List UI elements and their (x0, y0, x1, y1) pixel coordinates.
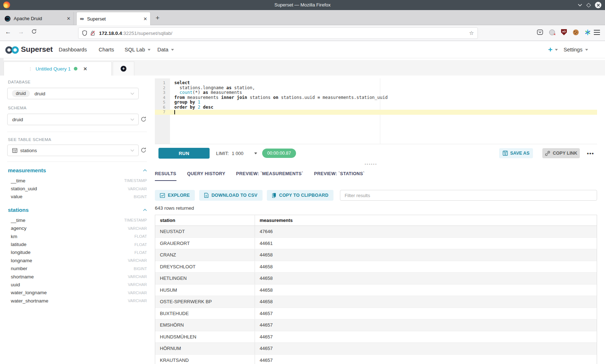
more-options-icon[interactable]: ••• (587, 148, 594, 158)
limit-dropdown[interactable]: LIMIT: 1 000 (216, 148, 257, 159)
tab-preview-measurements[interactable]: PREVIEW: `MEASUREMENTS` (236, 167, 304, 181)
add-query-tab-button[interactable]: + (113, 62, 134, 76)
close-window-icon[interactable] (595, 2, 601, 8)
refresh-table-icon[interactable] (140, 147, 147, 154)
settings-menu[interactable]: Settings (564, 47, 588, 53)
column-name: station_uuid (11, 186, 128, 191)
filter-results-input[interactable] (340, 190, 597, 201)
save-as-button[interactable]: SAVE AS (499, 148, 533, 158)
clipboard-icon (272, 193, 276, 198)
table-select[interactable]: stations (7, 145, 139, 156)
cell-measurements: 44657 (255, 355, 597, 364)
query-tab-label: Untitled Query 1 (36, 66, 71, 72)
copy-clipboard-button[interactable]: COPY TO CLIPBOARD (267, 190, 333, 201)
column-type: FLOAT (134, 242, 147, 247)
sql-editor[interactable]: 1select2 stations.longname as station,3 … (155, 78, 597, 144)
line-number: 4 (155, 95, 170, 100)
url-text[interactable]: 172.18.0.4:32251/superset/sqllab/ (99, 31, 469, 36)
results-panel: RESULTS QUERY HISTORY PREVIEW: `MEASUREM… (155, 167, 597, 364)
query-tab-untitled-query-1[interactable]: ⋮ Untitled Query 1 ✕ (4, 62, 112, 76)
divider (7, 132, 147, 132)
query-tab-close-icon[interactable]: ✕ (83, 66, 87, 72)
browser-tabstrip: Apache Druid ✕ ∞ Superset ✕ + (0, 10, 605, 25)
copy-link-button[interactable]: COPY LINK (542, 148, 580, 158)
pocket-icon[interactable] (537, 29, 543, 35)
bookmark-star-icon[interactable]: ☆ (469, 30, 474, 36)
tab-query-history[interactable]: QUERY HISTORY (187, 167, 225, 181)
table-row[interactable]: KRAUTSAND44657 (155, 355, 597, 364)
forward-icon[interactable]: → (18, 28, 24, 36)
schema-column: numberBIGINT (7, 265, 147, 273)
code-text: order by 2 desc (170, 105, 213, 110)
column-header-station[interactable]: station (155, 215, 255, 226)
tab-close-icon[interactable]: ✕ (140, 16, 150, 22)
table-name[interactable]: measurements (8, 167, 143, 173)
query-tab-bar: ⋮ Untitled Query 1 ✕ + (4, 60, 605, 76)
schema-select[interactable]: druid (7, 114, 139, 125)
pane-resize-handle[interactable]: •••••• (355, 162, 387, 166)
cookie-extension-icon[interactable] (573, 29, 579, 35)
schema-column: uuidVARCHAR (7, 281, 147, 288)
table-row[interactable]: GRAUERORT44661 (155, 238, 597, 250)
table-row[interactable]: NEUSTADT47646 (155, 226, 597, 238)
column-type: BIGINT (134, 267, 147, 271)
superset-favicon: ∞ (80, 16, 84, 22)
table-row[interactable]: BUXTEHUDE44657 (155, 308, 597, 320)
table-row[interactable]: HETLINGEN44658 (155, 273, 597, 285)
table-row[interactable]: CRANZ44658 (155, 249, 597, 261)
privacy-extension-icon[interactable] (549, 29, 555, 35)
cell-station: EMSHÖRN (155, 319, 255, 331)
ublock-icon[interactable]: uO (561, 29, 567, 35)
table-row[interactable]: HÖRNUM44657 (155, 343, 597, 355)
drag-handle-icon[interactable]: ⋮ (28, 66, 32, 72)
maximize-icon[interactable] (586, 3, 591, 8)
cell-station: HUSUM (155, 285, 255, 296)
chevron-up-icon[interactable] (143, 209, 147, 211)
chevron-up-icon[interactable] (143, 169, 147, 172)
explore-button[interactable]: EXPLORE (155, 190, 195, 201)
browser-tab-superset[interactable]: ∞ Superset ✕ (76, 12, 151, 25)
table-row[interactable]: OSTE-SPERRWERK BP44658 (155, 296, 597, 308)
editor-line: 1select (155, 81, 597, 86)
cell-station: HETLINGEN (155, 273, 255, 284)
table-row[interactable]: EMSHÖRN44657 (155, 319, 597, 331)
column-header-measurements[interactable]: measurements (255, 215, 597, 226)
nav-charts[interactable]: Charts (99, 47, 114, 53)
database-label: DATABASE (8, 80, 31, 84)
add-new-button[interactable]: + (548, 46, 558, 54)
table-row[interactable]: DREYSCHLOOT44658 (155, 261, 597, 273)
table-row[interactable]: HUSUM44658 (155, 285, 597, 296)
table-name[interactable]: stations (8, 207, 143, 213)
reload-icon[interactable] (31, 29, 37, 34)
url-path: :32251/superset/sqllab/ (122, 31, 172, 36)
results-table-body: NEUSTADT47646GRAUERORT44661CRANZ44658DRE… (155, 226, 597, 364)
new-tab-icon[interactable]: + (156, 14, 160, 22)
minimize-icon[interactable] (578, 4, 582, 6)
url-bar[interactable]: 172.18.0.4:32251/superset/sqllab/ ☆ (78, 27, 478, 39)
menu-icon[interactable] (594, 30, 600, 35)
brand-name[interactable]: Superset (21, 45, 53, 54)
chevron-down-icon (130, 149, 134, 152)
tab-results[interactable]: RESULTS (155, 167, 176, 181)
insecure-lock-icon[interactable] (90, 30, 95, 36)
browser-tab-apache-druid[interactable]: Apache Druid ✕ (0, 12, 74, 25)
extension-asterisk-icon[interactable] (585, 29, 591, 35)
nav-data[interactable]: Data (157, 47, 174, 53)
cell-measurements: 44658 (255, 249, 597, 261)
back-icon[interactable]: ← (5, 28, 11, 36)
browser-tab-label: Superset (87, 16, 140, 22)
tab-preview-stations[interactable]: PREVIEW: `STATIONS` (314, 167, 364, 181)
download-csv-button[interactable]: DOWNLOAD TO CSV (199, 190, 263, 201)
table-row[interactable]: HUNDSMÜHLEN44657 (155, 331, 597, 343)
tracking-shield-icon[interactable] (82, 30, 87, 36)
database-select[interactable]: druid druid (7, 88, 139, 99)
nav-dashboards[interactable]: Dashboards (59, 47, 87, 53)
refresh-schema-icon[interactable] (140, 116, 147, 123)
run-button[interactable]: RUN (158, 148, 210, 159)
superset-logo-icon[interactable] (4, 46, 20, 54)
nav-sql-lab[interactable]: SQL Lab (125, 47, 151, 53)
column-name: value (11, 194, 134, 199)
column-type: FLOAT (134, 250, 147, 255)
tab-close-icon[interactable]: ✕ (64, 16, 73, 21)
editor-line: 7 (155, 110, 597, 115)
